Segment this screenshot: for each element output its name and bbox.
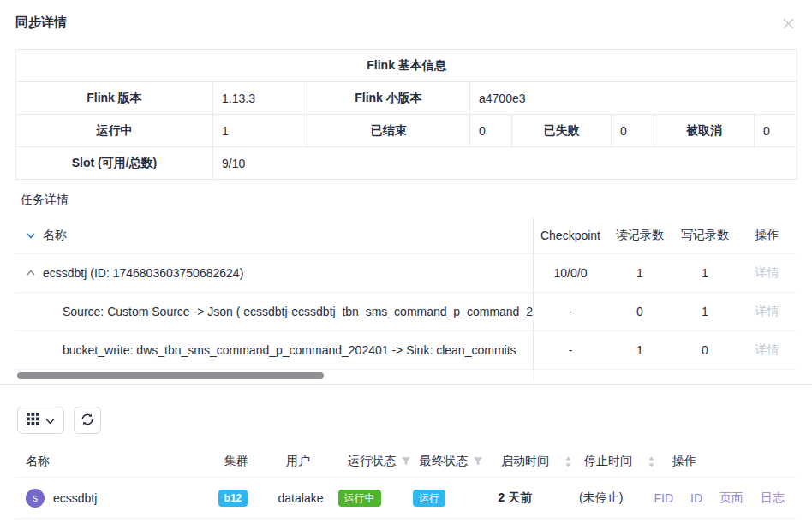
jobs-user-header: 用户 xyxy=(276,454,337,469)
failed-label: 已失败 xyxy=(512,115,612,147)
write-count-value: 1 xyxy=(672,293,737,330)
flink-version-value: 1.13.3 xyxy=(213,82,307,115)
name-column-header: 名称 xyxy=(15,217,533,253)
running-value: 1 xyxy=(213,115,307,147)
job-run-status-cell: 运行中 xyxy=(328,490,398,507)
collapse-row-chevron-up-icon[interactable] xyxy=(26,268,36,278)
read-count-value: 1 xyxy=(607,331,672,369)
jobs-table-header: 名称 集群 用户 运行状态 最终状态 启动时间 xyxy=(15,446,797,478)
task-name: Source: Custom Source -> Json ( ecssdbtj… xyxy=(63,305,533,318)
action-column-header: 操作 xyxy=(737,217,797,253)
finished-value: 0 xyxy=(470,115,512,147)
fid-link[interactable]: FID xyxy=(654,491,673,505)
refresh-icon xyxy=(81,413,94,429)
checkpoint-value: - xyxy=(534,293,607,330)
write-count-column-header: 写记录数 xyxy=(672,217,737,253)
filter-funnel-icon[interactable] xyxy=(473,456,483,467)
jobs-table: 名称 集群 用户 运行状态 最终状态 启动时间 xyxy=(15,446,797,519)
start-time-value: 2 天前 xyxy=(499,490,533,506)
read-count-value: 1 xyxy=(607,254,672,292)
refresh-button[interactable] xyxy=(74,407,101,434)
task-table-header: 名称 Checkpoint 读记录数 写记录数 操作 xyxy=(15,217,797,254)
start-time-header-label: 启动时间 xyxy=(501,454,549,469)
failed-value: 0 xyxy=(612,115,654,147)
flink-info-header: Flink 基本信息 xyxy=(16,50,797,82)
stop-time-header-label: 停止时间 xyxy=(584,454,632,469)
checkpoint-value: - xyxy=(534,331,607,369)
final-status-badge: 运行 xyxy=(413,490,445,507)
modal-header: 同步详情 xyxy=(0,0,812,32)
job-final-status-cell: 运行 xyxy=(397,490,476,507)
grid-icon xyxy=(27,413,39,428)
section-divider xyxy=(0,384,812,385)
fixed-columns-header: Checkpoint 读记录数 写记录数 操作 xyxy=(533,217,797,253)
scrollbar-track[interactable] xyxy=(15,370,534,382)
id-link[interactable]: ID xyxy=(690,491,702,505)
finished-label: 已结束 xyxy=(307,115,470,147)
canceled-value: 0 xyxy=(755,115,797,147)
jobs-action-header: 操作 xyxy=(662,454,797,469)
checkpoint-column-header: Checkpoint xyxy=(534,217,607,253)
job-user-cell: datalake xyxy=(268,491,328,505)
sync-detail-modal: 同步详情 Flink 基本信息 Flink 版本 1.13.3 Flink 小版… xyxy=(0,0,812,523)
task-details-title: 任务详情 xyxy=(21,193,812,206)
task-name-cell: ecssdbtj (ID: 1746803603750682624) xyxy=(15,254,533,292)
jobs-run-status-header: 运行状态 xyxy=(337,454,409,469)
job-name: ecssdbtj xyxy=(53,491,97,505)
detail-link[interactable]: 详情 xyxy=(755,265,779,281)
scrollbar-thumb[interactable] xyxy=(17,372,324,379)
log-link[interactable]: 日志 xyxy=(761,490,785,506)
close-icon[interactable] xyxy=(780,15,797,32)
job-cluster-cell: b12 xyxy=(208,490,268,507)
slot-label: Slot (可用/总数) xyxy=(16,147,213,180)
flink-info-table: Flink 基本信息 Flink 版本 1.13.3 Flink 小版本 a47… xyxy=(15,49,797,180)
sort-carets-icon[interactable] xyxy=(648,456,655,467)
jobs-start-time-header: 启动时间 xyxy=(491,454,574,469)
cluster-badge: b12 xyxy=(218,490,248,507)
task-row: ecssdbtj (ID: 1746803603750682624) 10/0/… xyxy=(15,254,797,293)
avatar: s xyxy=(26,489,45,508)
jobs-cluster-header: 集群 xyxy=(214,454,276,469)
task-table: 名称 Checkpoint 读记录数 写记录数 操作 ecssdbtj (ID:… xyxy=(15,217,797,382)
task-name-cell: Source: Custom Source -> Json ( ecssdbtj… xyxy=(15,293,533,330)
task-row: bucket_write: dws_tbn_sms_command_p_comm… xyxy=(15,331,797,370)
detail-link[interactable]: 详情 xyxy=(755,342,779,358)
collapse-all-chevron-down-icon[interactable] xyxy=(26,230,36,241)
job-name-cell: s ecssdbtj xyxy=(15,489,208,508)
detail-link[interactable]: 详情 xyxy=(755,304,779,319)
job-row: s ecssdbtj b12 datalake 运行中 运行 2 天前 (未停止… xyxy=(15,478,797,519)
canceled-label: 被取消 xyxy=(654,115,755,147)
column-settings-button[interactable] xyxy=(17,407,64,434)
running-label: 运行中 xyxy=(16,115,213,147)
read-count-column-header: 读记录数 xyxy=(607,217,672,253)
write-count-value: 0 xyxy=(672,331,737,369)
jobs-final-status-header: 最终状态 xyxy=(409,454,491,469)
run-status-header-label: 运行状态 xyxy=(348,454,396,469)
table-toolbar xyxy=(17,407,812,434)
chevron-down-icon xyxy=(45,414,55,427)
run-status-badge: 运行中 xyxy=(338,490,381,507)
sort-carets-icon[interactable] xyxy=(564,456,572,467)
jobs-stop-time-header: 停止时间 xyxy=(574,454,662,469)
slot-value: 9/10 xyxy=(213,147,797,180)
task-name: ecssdbtj (ID: 1746803603750682624) xyxy=(43,266,243,280)
job-start-time-cell: 2 天前 xyxy=(477,490,558,506)
flink-version-label: Flink 版本 xyxy=(16,82,213,115)
task-name-cell: bucket_write: dws_tbn_sms_command_p_comm… xyxy=(15,331,533,369)
page-link[interactable]: 页面 xyxy=(719,490,743,506)
horizontal-scrollbar xyxy=(15,370,797,382)
jobs-name-header: 名称 xyxy=(15,454,214,469)
read-count-value: 0 xyxy=(607,293,672,330)
checkpoint-value: 10/0/0 xyxy=(534,254,607,292)
flink-minor-label: Flink 小版本 xyxy=(307,82,470,115)
final-status-header-label: 最终状态 xyxy=(420,454,468,469)
flink-minor-value: a4700e3 xyxy=(470,82,797,115)
name-header-label: 名称 xyxy=(43,228,67,243)
write-count-value: 1 xyxy=(672,254,737,292)
task-row: Source: Custom Source -> Json ( ecssdbtj… xyxy=(15,293,797,331)
page-title: 同步详情 xyxy=(15,15,67,29)
task-name: bucket_write: dws_tbn_sms_command_p_comm… xyxy=(63,343,516,357)
job-stop-time-cell: (未停止) xyxy=(558,490,643,506)
job-action-cell: FID ID 页面 日志 xyxy=(643,490,797,506)
